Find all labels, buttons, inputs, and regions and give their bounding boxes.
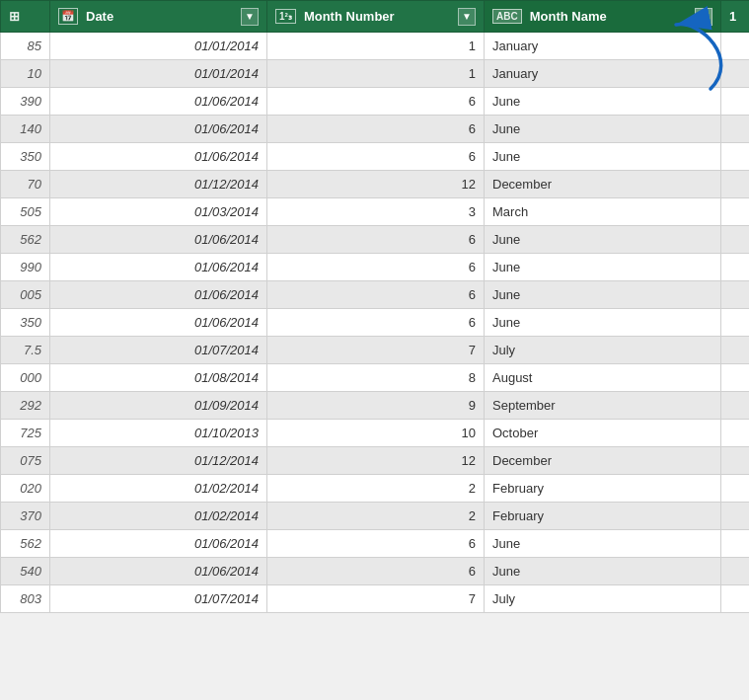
cell-month-number: 7 — [267, 337, 485, 364]
cell-month-number: 6 — [267, 226, 485, 254]
cell-month-number: 9 — [267, 392, 485, 420]
abc-icon: ABC — [492, 9, 522, 24]
cell-extra — [721, 171, 750, 198]
cell-date: 01/01/2014 — [50, 60, 267, 88]
cell-date: 01/06/2014 — [50, 143, 267, 171]
cell-month-number: 12 — [267, 171, 485, 198]
cell-month-name: June — [485, 558, 721, 585]
table-row: 00501/06/20146June — [1, 281, 750, 309]
cell-month-name: January — [485, 60, 721, 88]
cell-month-number: 6 — [267, 116, 485, 143]
cell-extra — [721, 88, 750, 116]
col-month-number-label: Month Number — [304, 9, 395, 24]
cell-extra — [721, 254, 750, 281]
cell-id: 725 — [1, 420, 50, 447]
cell-extra — [721, 116, 750, 143]
data-table: ⊞ 📅 Date ▼ 1²₃ — [0, 0, 749, 613]
col-header-month-name: ABC Month Name ▼ — [485, 1, 721, 33]
cell-extra — [721, 558, 750, 585]
cell-extra — [721, 364, 750, 392]
cell-date: 01/07/2014 — [50, 585, 267, 613]
cell-date: 01/06/2014 — [50, 281, 267, 309]
table-row: 56201/06/20146June — [1, 530, 750, 558]
table-row: 37001/02/20142February — [1, 503, 750, 530]
cell-month-number: 6 — [267, 558, 485, 585]
cell-id: 540 — [1, 558, 50, 585]
col-month-name-dropdown[interactable]: ▼ — [695, 8, 712, 26]
cell-month-number: 6 — [267, 281, 485, 309]
cell-date: 01/08/2014 — [50, 364, 267, 392]
table-row: 99001/06/20146June — [1, 254, 750, 281]
cell-month-name: June — [485, 530, 721, 558]
col-date-dropdown[interactable]: ▼ — [241, 8, 259, 26]
cell-month-name: July — [485, 337, 721, 364]
cell-date: 01/12/2014 — [50, 447, 267, 475]
cell-month-name: July — [485, 585, 721, 613]
cell-month-number: 1 — [267, 33, 485, 60]
table-row: 14001/06/20146June — [1, 116, 750, 143]
cell-month-number: 6 — [267, 254, 485, 281]
col-date-label: Date — [86, 9, 113, 24]
cell-date: 01/07/2014 — [50, 337, 267, 364]
cell-extra — [721, 226, 750, 254]
cell-date: 01/06/2014 — [50, 116, 267, 143]
cell-month-name: January — [485, 33, 721, 60]
cell-month-name: February — [485, 503, 721, 530]
cell-id: 005 — [1, 281, 50, 309]
cell-month-name: June — [485, 254, 721, 281]
col-month-number-dropdown[interactable]: ▼ — [458, 8, 476, 26]
cell-id: 505 — [1, 198, 50, 226]
cell-id: 10 — [1, 60, 50, 88]
cell-date: 01/10/2013 — [50, 420, 267, 447]
cell-month-name: August — [485, 364, 721, 392]
cell-extra — [721, 475, 750, 503]
cell-extra — [721, 503, 750, 530]
cell-month-number: 1 — [267, 60, 485, 88]
table-row: 07501/12/201412December — [1, 447, 750, 475]
cell-month-number: 2 — [267, 503, 485, 530]
cell-month-number: 6 — [267, 309, 485, 337]
cell-date: 01/06/2014 — [50, 558, 267, 585]
table-row: 35001/06/20146June — [1, 143, 750, 171]
cell-month-number: 6 — [267, 88, 485, 116]
cell-id: 000 — [1, 364, 50, 392]
cell-month-name: September — [485, 392, 721, 420]
cell-month-name: March — [485, 198, 721, 226]
cell-id: 7.5 — [1, 337, 50, 364]
cell-month-number: 8 — [267, 364, 485, 392]
table-row: 50501/03/20143March — [1, 198, 750, 226]
cell-month-number: 2 — [267, 475, 485, 503]
cell-id: 562 — [1, 226, 50, 254]
cell-id: 803 — [1, 585, 50, 613]
cell-month-number: 3 — [267, 198, 485, 226]
cell-id: 85 — [1, 33, 50, 60]
col-month-name-label: Month Name — [530, 9, 607, 24]
cell-month-number: 6 — [267, 143, 485, 171]
cell-extra — [721, 143, 750, 171]
table-row: 8501/01/20141January — [1, 33, 750, 60]
cell-extra — [721, 585, 750, 613]
cell-id: 020 — [1, 475, 50, 503]
table-body: 8501/01/20141January1001/01/20141January… — [1, 33, 750, 613]
calendar-icon: 📅 — [58, 8, 78, 25]
table-row: 00001/08/20148August — [1, 364, 750, 392]
col-header-month-number: 1²₃ Month Number ▼ — [267, 1, 485, 33]
cell-extra — [721, 33, 750, 60]
col-extra-label: 1 — [729, 9, 736, 24]
col-header-date: 📅 Date ▼ — [50, 1, 267, 33]
table-row: 1001/01/20141January — [1, 60, 750, 88]
cell-date: 01/06/2014 — [50, 226, 267, 254]
cell-extra — [721, 60, 750, 88]
cell-id: 990 — [1, 254, 50, 281]
col-header-extra: 1 — [721, 1, 750, 33]
cell-date: 01/06/2014 — [50, 309, 267, 337]
cell-date: 01/03/2014 — [50, 198, 267, 226]
cell-extra — [721, 420, 750, 447]
table-row: 7.501/07/20147July — [1, 337, 750, 364]
cell-extra — [721, 337, 750, 364]
cell-date: 01/02/2014 — [50, 475, 267, 503]
cell-id: 292 — [1, 392, 50, 420]
cell-extra — [721, 447, 750, 475]
cell-month-name: October — [485, 420, 721, 447]
table-row: 35001/06/20146June — [1, 309, 750, 337]
